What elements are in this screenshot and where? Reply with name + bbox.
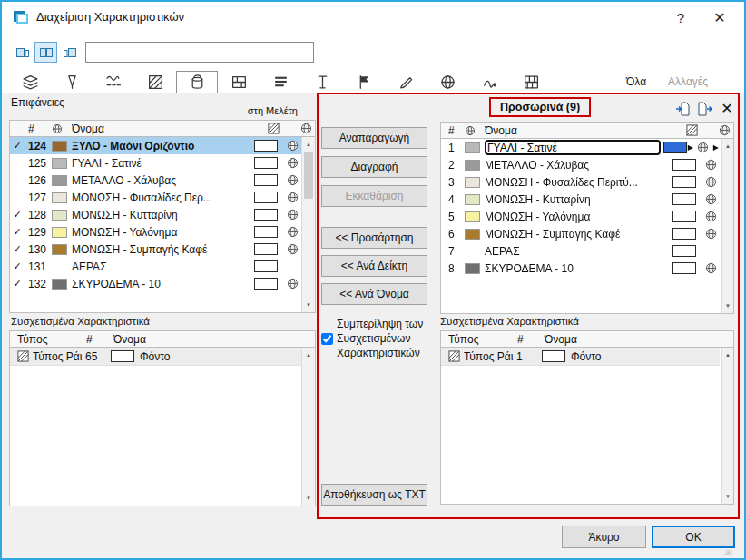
tab-text-styles[interactable] xyxy=(301,71,343,93)
fill-preview-button[interactable] xyxy=(111,350,134,362)
tab-building-materials[interactable] xyxy=(510,71,552,93)
tab-fill-types[interactable] xyxy=(134,71,176,93)
open-attribute-file-button[interactable] xyxy=(673,99,693,119)
dual-panel-view-button[interactable] xyxy=(34,42,57,63)
tab-composites[interactable] xyxy=(218,71,260,93)
tab-layers[interactable] xyxy=(9,71,51,93)
fill-preview-button[interactable] xyxy=(672,262,702,274)
fill-preview-button[interactable] xyxy=(254,209,283,221)
table-row[interactable]: 6 ΜΟΝΩΣΗ - Συμπαγής Καφέ xyxy=(441,225,720,242)
tab-pens[interactable] xyxy=(51,71,93,93)
help-button[interactable]: ? xyxy=(664,2,697,33)
scroll-down-icon[interactable]: ▼ xyxy=(722,490,733,503)
scrollbar[interactable]: ▲ ▼ xyxy=(301,137,315,312)
row-name: ΜΟΝΩΣΗ - Κυτταρίνη xyxy=(72,209,254,221)
table-row[interactable]: ✓ 131 ΑΕΡΑΣ xyxy=(10,258,301,275)
table-row[interactable]: 8 ΣΚΥΡΟΔΕΜΑ - 10 xyxy=(441,260,720,277)
by-name-button[interactable]: << Ανά Όνομα xyxy=(321,283,427,305)
table-row[interactable]: 5 ΜΟΝΩΣΗ - Υαλόνημα xyxy=(441,208,720,225)
tab-line-types[interactable] xyxy=(93,71,134,93)
row-name: ΣΚΥΡΟΔΕΜΑ - 10 xyxy=(485,262,672,275)
table-row[interactable]: 3 ΜΟΝΩΣΗ - Φυσαλίδες Περιτύ... xyxy=(441,173,720,191)
table-row[interactable]: 4 ΜΟΝΩΣΗ - Κυτταρίνη xyxy=(441,191,720,208)
tab-cities[interactable] xyxy=(427,71,468,93)
scroll-thumb[interactable] xyxy=(304,152,313,199)
table-row[interactable]: ✓ 128 ΜΟΝΩΣΗ - Κυτταρίνη xyxy=(10,206,301,223)
fill-preview-button[interactable] xyxy=(254,192,283,203)
close-temporary-panel-button[interactable]: ✕ xyxy=(716,97,738,119)
scroll-up-icon[interactable]: ▲ xyxy=(302,349,315,361)
row-index: 132 xyxy=(25,278,52,290)
texture-popup-arrow-icon[interactable]: ▶ xyxy=(713,143,719,152)
right-panel-view-button[interactable] xyxy=(58,42,81,63)
table-row[interactable]: ✓ 129 ΜΟΝΩΣΗ - Υαλόνημα xyxy=(10,223,301,241)
attribute-type-tabbar: Όλα Αλλαγές xyxy=(9,70,737,93)
tab-all[interactable]: Όλα xyxy=(615,71,657,93)
cancel-button[interactable]: Άκυρο xyxy=(562,526,646,548)
tab-surfaces[interactable] xyxy=(176,71,218,93)
associated-row[interactable]: Τύπος Ράι 1 Φόντο xyxy=(441,348,720,366)
table-row[interactable]: ✓ 132 ΣΚΥΡΟΔΕΜΑ - 10 xyxy=(10,275,301,292)
texture-icon xyxy=(283,140,301,152)
app-icon xyxy=(13,9,29,25)
scroll-down-icon[interactable]: ▼ xyxy=(302,299,315,311)
fill-preview-button[interactable] xyxy=(672,176,702,188)
save-attribute-file-button[interactable] xyxy=(695,99,715,119)
table-row[interactable]: 127 ΜΟΝΩΣΗ - Φυσαλίδες Περ... xyxy=(10,189,301,206)
include-associated-checkbox[interactable] xyxy=(321,333,333,345)
fill-preview-button[interactable] xyxy=(254,243,283,255)
tab-changes[interactable]: Αλλαγές xyxy=(657,71,719,93)
duplicate-button[interactable]: Αναπαραγωγή xyxy=(321,127,427,149)
texture-icon xyxy=(283,278,301,290)
purge-button: Εκκαθάριση xyxy=(321,185,427,207)
scroll-down-icon[interactable]: ▼ xyxy=(722,300,733,312)
scrollbar[interactable]: ▲ ▼ xyxy=(721,348,733,504)
fill-preview-button[interactable] xyxy=(663,142,687,153)
append-button[interactable]: << Προσάρτηση xyxy=(321,227,427,249)
tab-change-marks[interactable] xyxy=(468,71,510,93)
scrollbar[interactable]: ▲ ▼ xyxy=(301,348,315,506)
delete-button[interactable]: Διαγραφή xyxy=(321,156,427,178)
table-row[interactable]: ✓ 124 ΞΥΛΟ - Μαόνι Οριζόντιο xyxy=(10,137,301,154)
tab-brushes[interactable] xyxy=(385,71,427,93)
color-swatch xyxy=(52,141,72,152)
tab-zone-categories[interactable] xyxy=(343,71,385,93)
table-row[interactable]: 125 ΓΥΑΛΙ - Σατινέ xyxy=(10,154,301,172)
fill-preview-button[interactable] xyxy=(254,157,283,169)
scroll-up-icon[interactable]: ▲ xyxy=(722,140,733,152)
name-edit-input[interactable] xyxy=(485,140,661,155)
search-input[interactable] xyxy=(85,42,314,63)
fill-preview-button[interactable] xyxy=(254,278,283,290)
fill-preview-button[interactable] xyxy=(672,245,702,257)
title-bar[interactable]: Διαχείριση Χαρακτηριστικών ? ✕ xyxy=(2,2,744,33)
color-swatch xyxy=(52,244,72,255)
table-row[interactable]: 7 ΑΕΡΑΣ xyxy=(441,242,720,260)
ok-button[interactable]: OK xyxy=(652,526,735,548)
fill-preview-button[interactable] xyxy=(254,260,283,272)
scrollbar[interactable]: ▲ ▼ xyxy=(721,139,733,313)
fill-preview-button[interactable] xyxy=(672,211,702,222)
by-index-button[interactable]: << Ανά Δείκτη xyxy=(321,255,427,277)
fill-preview-button[interactable] xyxy=(672,159,702,171)
fill-popup-arrow-icon[interactable]: ▶ xyxy=(688,143,693,152)
color-swatch xyxy=(465,177,485,188)
fill-preview-button[interactable] xyxy=(672,193,702,205)
fill-preview-button[interactable] xyxy=(672,228,702,240)
table-row[interactable]: ✓ 130 ΜΟΝΩΣΗ - Συμπαγής Καφέ xyxy=(10,241,301,258)
table-row[interactable]: 2 ΜΕΤΑΛΛΟ - Χάλυβας xyxy=(441,156,720,173)
scroll-up-icon[interactable]: ▲ xyxy=(722,349,733,361)
scroll-up-icon[interactable]: ▲ xyxy=(302,138,315,151)
texture-icon[interactable] xyxy=(694,142,712,153)
fill-preview-button[interactable] xyxy=(254,174,283,186)
close-window-button[interactable]: ✕ xyxy=(704,2,735,33)
table-row-editing[interactable]: 1 ▶ ▶ xyxy=(441,139,720,156)
scroll-down-icon[interactable]: ▼ xyxy=(302,492,315,505)
fill-preview-button[interactable] xyxy=(254,140,283,152)
fill-preview-button[interactable] xyxy=(542,350,565,362)
tab-profiles[interactable] xyxy=(260,71,301,93)
associated-row[interactable]: Τύπος Ράι 65 Φόντο xyxy=(10,348,301,366)
save-as-txt-button[interactable]: Αποθήκευση ως TXT xyxy=(321,484,427,506)
table-row[interactable]: 126 ΜΕΤΑΛΛΟ - Χάλυβας xyxy=(10,172,301,189)
left-panel-view-button[interactable] xyxy=(11,42,34,63)
fill-preview-button[interactable] xyxy=(254,226,283,238)
